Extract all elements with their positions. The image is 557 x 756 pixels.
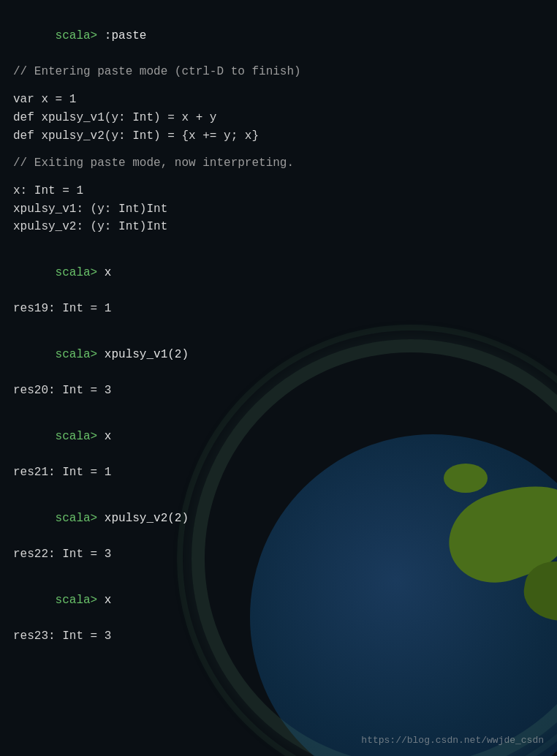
line-prompt-6: scala> x [13,573,544,627]
line-res21: res21: Int = 1 [13,464,544,482]
prompt-2: scala> [56,266,105,279]
line-6: def xpulsy_v2(y: Int) = {x += y; x} [13,127,544,145]
line-4: var x = 1 [13,91,544,109]
terminal-content: scala> :paste // Entering paste mode (ct… [0,0,557,756]
line-res19: res19: Int = 1 [13,300,544,318]
line-prompt-4: scala> x [13,409,544,464]
line-prompt-2: scala> x [13,246,544,300]
prompt-6: scala> [56,594,105,607]
prompt-3: scala> [56,348,105,361]
line-5: def xpulsy_v1(y: Int) = x + y [13,109,544,127]
cmd-1: :paste [105,29,147,42]
prompt-1: scala> [56,29,105,42]
line-8: // Exiting paste mode, now interpreting. [13,154,544,173]
line-prompt-5: scala> xpulsy_v2(2) [13,491,544,545]
line-res20: res20: Int = 3 [13,382,544,400]
cmd-5: xpulsy_v2(2) [105,512,189,525]
line-11: xpulsy_v1: (y: Int)Int [13,200,544,219]
prompt-4: scala> [56,430,105,443]
terminal-background: scala> :paste // Entering paste mode (ct… [0,0,557,756]
spacer-3 [13,173,544,182]
line-1: scala> :paste [13,9,544,63]
spacer-4 [13,236,544,246]
spacer-8 [13,564,544,573]
spacer-1 [13,81,544,91]
prompt-5: scala> [56,512,105,525]
spacer-6 [13,400,544,409]
line-12: xpulsy_v2: (y: Int)Int [13,218,544,236]
spacer-5 [13,318,544,328]
spacer-7 [13,482,544,491]
line-res23: res23: Int = 3 [13,627,544,646]
cmd-4: x [105,430,112,443]
cmd-6: x [105,594,112,607]
watermark: https://blog.csdn.net/wwjde_csdn [361,735,544,746]
line-10: x: Int = 1 [13,182,544,200]
line-2: // Entering paste mode (ctrl-D to finish… [13,63,544,81]
cmd-2: x [105,266,112,279]
spacer-2 [13,145,544,154]
cmd-3: xpulsy_v1(2) [105,348,189,361]
line-prompt-3: scala> xpulsy_v1(2) [13,328,544,382]
line-res22: res22: Int = 3 [13,545,544,564]
